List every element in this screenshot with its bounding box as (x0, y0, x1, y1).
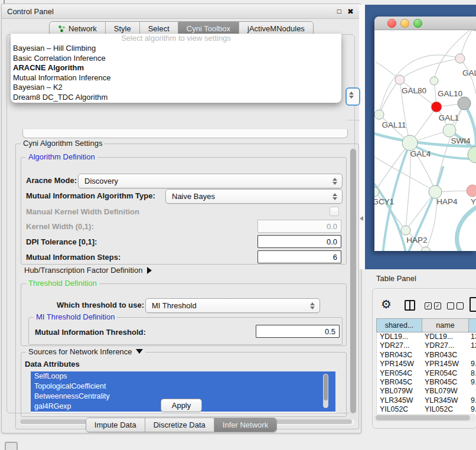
table-cell: 9. (468, 378, 476, 387)
split-columns-icon[interactable] (405, 300, 415, 311)
table-cell: YBR043C (377, 351, 422, 360)
combo-arrows-icon (310, 302, 315, 309)
dropdown-item-bayesian-k2[interactable]: Bayesian – K2 (11, 83, 341, 93)
table-row[interactable]: YIL052CYIL052C9. (377, 405, 476, 414)
mi-threshold-field[interactable] (256, 325, 340, 338)
network-node[interactable] (467, 185, 476, 197)
close-icon[interactable]: ✖ (347, 8, 354, 15)
mi-steps-field[interactable] (257, 250, 341, 263)
network-node-label-gal11: GAL11 (382, 120, 406, 129)
column-header-name[interactable]: name (422, 318, 469, 332)
network-window-titlebar[interactable] (374, 17, 476, 30)
mi-threshold-definition-group: MI Threshold Definition Mutual Informati… (28, 317, 343, 345)
select-all-columns-icon[interactable]: ✓✓ (425, 302, 441, 309)
column-header-shared[interactable]: shared... (376, 318, 422, 332)
threshold-definition-group: Threshold Definition Which threshold to … (21, 283, 347, 346)
bottom-tab-impute-data[interactable]: Impute Data (86, 418, 145, 432)
table-cell: 9. (468, 405, 476, 414)
table-body: YDL19...YDL19...13YDR27...YDR27...12YBR0… (376, 332, 476, 414)
aracne-mode-label: Aracne Mode: (26, 176, 77, 185)
table-cell: 13 (468, 332, 476, 341)
dropdown-item-basic-correlation-inference[interactable]: Basic Correlation Inference (11, 54, 341, 64)
dropdown-item-bayesian-hill-climbing[interactable]: Bayesian – Hill Climbing (11, 44, 341, 54)
dropdown-item-mutual-information-inference[interactable]: Mutual Information Inference (11, 73, 341, 83)
dropdown-item-aracne-algorithm[interactable]: ARACNE Algorithm (11, 63, 341, 73)
hidden-combo-fragment (22, 129, 348, 138)
column-header-a[interactable]: A (469, 318, 476, 332)
hidden-combo-spinner[interactable] (345, 87, 360, 106)
disclosure-down-icon (136, 349, 143, 354)
network-canvas[interactable]: GAL80GAL10GALGAL1GAL11SWI4GAL4GCY1HAP4YH… (374, 30, 476, 251)
bottom-tab-infer-network[interactable]: Infer Network (214, 418, 276, 432)
settings-scroll-thumb[interactable] (350, 149, 356, 413)
table-row[interactable]: YBL079WYBL079W (377, 387, 476, 396)
gear-icon[interactable]: ⚙ (381, 298, 392, 310)
control-panel-bottom-tabbar: Impute DataDiscretize DataInfer Network (2, 418, 361, 432)
tab-select-label: Select (148, 24, 169, 33)
table-row[interactable]: YLR345WYLR345W9. (377, 396, 476, 405)
bottom-tab-infer-network-label: Infer Network (223, 420, 268, 429)
dropdown-item-dream8-dc-tdc-algorithm[interactable]: Dream8 DC_TDC Algorithm (11, 93, 341, 103)
table-row[interactable]: YPR145WYPR145W9. (377, 360, 476, 369)
table-row[interactable]: YBR045CYBR045C9. (377, 378, 476, 387)
network-node[interactable] (443, 124, 456, 137)
disclosure-right-icon (147, 267, 152, 274)
attribute-item-selfloops[interactable]: SelfLoops (31, 371, 335, 381)
settings-vertical-scrollbar[interactable] (350, 147, 357, 422)
table-cell: 9. (468, 360, 476, 369)
minimize-traffic-light-icon[interactable] (400, 19, 409, 28)
tab-network-label: Network (69, 24, 97, 33)
apply-button[interactable]: Apply (161, 399, 202, 412)
tab-style-label: Style (114, 24, 131, 33)
table-horizontal-scrollbar[interactable] (374, 414, 475, 422)
mi-algorithm-type-combobox[interactable]: Naive Bayes (165, 189, 343, 204)
network-node[interactable] (429, 185, 442, 198)
zoom-traffic-light-icon[interactable] (413, 19, 422, 28)
table-cell: YBR043C (422, 351, 468, 360)
table-row[interactable]: YDR27...YDR27...12 (377, 341, 476, 350)
network-node[interactable] (470, 30, 476, 31)
table-cell: YBR045C (422, 378, 468, 387)
network-node[interactable] (455, 54, 465, 63)
table-row[interactable]: YDL19...YDL19...13 (377, 332, 476, 341)
table-hscroll-thumb[interactable] (376, 415, 470, 420)
table-cell: YER054C (422, 369, 468, 378)
deselect-all-columns-icon[interactable] (447, 302, 464, 309)
table-cell: YBL079W (377, 387, 422, 396)
mi-threshold-definition-title: MI Threshold Definition (34, 312, 117, 321)
network-node[interactable] (395, 75, 405, 84)
kernel-width-field (257, 220, 341, 233)
sources-toggle[interactable]: Sources for Network Inference (26, 347, 145, 356)
network-node[interactable] (468, 146, 476, 163)
hub-definition-toggle[interactable]: Hub/Transcription Factor Definition (24, 266, 152, 275)
dpi-tolerance-field[interactable] (257, 235, 341, 248)
network-node[interactable] (374, 110, 384, 119)
manual-kernel-width-checkbox[interactable] (330, 207, 339, 216)
network-node[interactable] (402, 135, 418, 151)
list-vertical-scrollbar[interactable] (323, 374, 328, 408)
table-cell: YIL052C (422, 405, 468, 414)
aracne-mode-combobox[interactable]: Discovery (78, 174, 343, 188)
network-node-label-hap2: HAP2 (406, 236, 427, 244)
table-cell: YLR345W (377, 396, 422, 405)
application-window: Control Panel □ ✖ NetworkStyleSelectCyni… (0, 0, 476, 450)
network-node-label-gcy1: GCY1 (374, 197, 394, 206)
cyni-algorithm-settings-group: Cyni Algorithm Settings Algorithm Defini… (15, 144, 359, 429)
network-node[interactable] (431, 102, 442, 112)
table-row[interactable]: YER054CYER054C8. (377, 369, 476, 378)
which-threshold-combobox[interactable]: MI Threshold (145, 298, 320, 313)
algorithm-definition-group: Algorithm Definition Aracne Mode: Discov… (21, 157, 347, 265)
algorithm-dropdown-popup: Select algorithm to view settings Bayesi… (11, 34, 341, 103)
split-pane-collapse-icon[interactable] (360, 216, 363, 221)
network-node[interactable] (430, 77, 438, 85)
bottom-tab-discretize-data[interactable]: Discretize Data (145, 418, 214, 432)
export-table-icon[interactable] (470, 297, 476, 312)
kernel-width-label: Kernel Width (0,1): (26, 222, 94, 231)
network-node[interactable] (458, 97, 471, 110)
float-window-icon[interactable]: □ (337, 8, 341, 15)
attribute-item-topologicalcoefficient[interactable]: TopologicalCoefficient (31, 381, 335, 392)
minimized-panel-icon[interactable] (5, 442, 18, 450)
network-node[interactable] (401, 226, 410, 235)
table-row[interactable]: YBR043CYBR043C (377, 351, 476, 360)
close-traffic-light-icon[interactable] (387, 19, 396, 28)
